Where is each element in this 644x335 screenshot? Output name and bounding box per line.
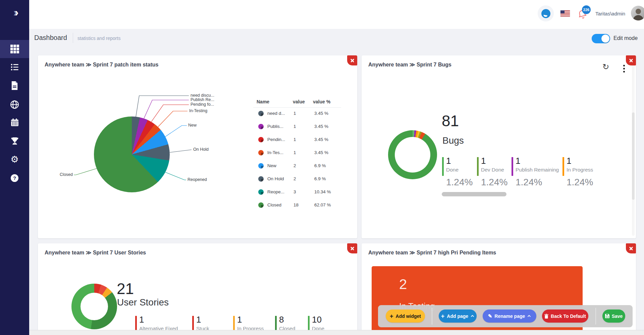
stories-total: 21 bbox=[117, 280, 134, 298]
language-flag-button[interactable] bbox=[560, 10, 570, 16]
sidebar-item-web[interactable] bbox=[0, 96, 29, 112]
legend-pct: 6.9 % bbox=[314, 163, 326, 168]
slice-label: On Hold bbox=[193, 147, 209, 152]
sidebar-item-dashboard[interactable] bbox=[0, 41, 29, 57]
refresh-icon: ↻ bbox=[602, 62, 609, 71]
stat-label: Dev Done bbox=[481, 167, 504, 173]
stat-label: Publish Remaining bbox=[516, 167, 559, 173]
widget-title: Anywhere team ≫ Sprint 7 high Pri Pendin… bbox=[368, 249, 496, 256]
legend-value: 2 bbox=[293, 163, 296, 168]
widget-title: Anywhere team ≫ Sprint 7 User Stories bbox=[45, 249, 146, 256]
widget-close-button[interactable] bbox=[347, 243, 357, 253]
user-menu[interactable]: Taritas\admin bbox=[595, 11, 625, 16]
widget-close-button[interactable] bbox=[626, 55, 636, 65]
callout-line bbox=[144, 100, 189, 118]
slice-label: New bbox=[188, 123, 197, 128]
legend-name: Closed bbox=[267, 202, 281, 207]
add-widget-label: Add widget bbox=[396, 314, 421, 319]
slice-label: Closed bbox=[51, 172, 73, 177]
sidebar-item-calendar[interactable] bbox=[0, 114, 29, 131]
widget-title: Anywhere team ≫ Sprint 7 Bugs bbox=[368, 61, 451, 68]
globe-icon bbox=[10, 100, 19, 109]
tile-value: 2 bbox=[399, 276, 407, 292]
chevron-up-icon bbox=[527, 315, 531, 317]
title-divider bbox=[73, 33, 73, 43]
slice-label: Publish Re... bbox=[191, 97, 214, 102]
edit-toolbar: + Add widget + Add page ✎ Rename page Ba… bbox=[378, 305, 633, 327]
legend-name: Pendin... bbox=[267, 137, 285, 142]
callout-line bbox=[74, 169, 97, 175]
widget-close-button[interactable] bbox=[626, 243, 636, 253]
slice-label: In-Testing bbox=[189, 108, 207, 113]
legend-name: Reope... bbox=[267, 189, 284, 194]
sidebar-item-achievements[interactable] bbox=[0, 133, 29, 149]
sidebar-collapse-button[interactable]: ›› bbox=[7, 5, 22, 19]
sidebar-item-documents[interactable] bbox=[0, 78, 29, 94]
sidebar-item-list[interactable] bbox=[0, 59, 29, 75]
legend-header-value: value bbox=[293, 99, 305, 104]
avatar-photo bbox=[631, 6, 644, 20]
stat-done: 10 Done bbox=[308, 315, 324, 332]
stat-label: In Progress bbox=[567, 167, 593, 173]
back-to-default-label: Back To Default bbox=[551, 314, 586, 319]
stat-value: 1 bbox=[516, 156, 559, 166]
pie-glyph-icon bbox=[258, 124, 264, 129]
stat-in-progress: 1 In Progress bbox=[562, 156, 593, 173]
stat-bar bbox=[512, 157, 513, 176]
edit-mode-toggle[interactable] bbox=[592, 34, 610, 43]
bugs-total: 81 bbox=[442, 112, 459, 130]
bugs-donut-chart bbox=[388, 130, 437, 179]
widget-user-stories: Anywhere team ≫ Sprint 7 User Stories 21… bbox=[38, 243, 357, 335]
widget-sprint-bugs: Anywhere team ≫ Sprint 7 Bugs ↻ 81 Bugs … bbox=[362, 55, 636, 238]
notifications-button[interactable]: 226 bbox=[577, 7, 592, 22]
stat-percent: 1.24% bbox=[446, 177, 473, 188]
horizontal-page-scrollbar[interactable] bbox=[29, 330, 644, 335]
top-bar: 226 Taritas\admin bbox=[29, 0, 644, 29]
stat-bar bbox=[562, 157, 564, 176]
plus-icon: + bbox=[390, 313, 393, 319]
stat-done: 1 Done bbox=[442, 156, 459, 173]
legend-name: In-Tes... bbox=[267, 150, 283, 155]
stat-value: 10 bbox=[312, 315, 324, 325]
horizontal-scrollbar-thumb[interactable] bbox=[442, 192, 506, 196]
sidebar-item-help[interactable]: ? bbox=[0, 170, 29, 186]
legend-name: On Hold bbox=[267, 176, 284, 181]
legend-value: 1 bbox=[293, 124, 296, 129]
widget-close-button[interactable] bbox=[347, 55, 357, 65]
sidebar-item-settings[interactable]: ⚙ bbox=[0, 151, 29, 168]
pie-glyph-icon bbox=[258, 163, 264, 169]
stat-percent: 1.24% bbox=[516, 177, 542, 188]
grid-icon bbox=[10, 45, 19, 53]
slice-label: Reopened bbox=[187, 177, 207, 182]
stat-label: Done bbox=[446, 167, 459, 173]
vertical-scrollbar-thumb[interactable] bbox=[632, 112, 635, 200]
legend-value: 1 bbox=[293, 137, 296, 142]
stories-total-label: User Stories bbox=[117, 297, 169, 308]
back-to-default-button[interactable]: Back To Default bbox=[542, 309, 588, 323]
stat-value: 1 bbox=[446, 156, 459, 166]
save-button[interactable]: Save bbox=[602, 309, 625, 323]
refresh-button[interactable]: ↻ bbox=[602, 63, 609, 71]
legend-pct: 6.9 % bbox=[314, 176, 326, 181]
add-page-button[interactable]: + Add page bbox=[439, 309, 477, 323]
list-icon bbox=[10, 63, 19, 71]
stat-value: 1 bbox=[139, 315, 178, 325]
callout-line bbox=[165, 172, 186, 180]
chat-button[interactable] bbox=[538, 5, 554, 21]
legend-pct: 10.34 % bbox=[314, 189, 331, 194]
legend-name: Publis... bbox=[267, 124, 283, 129]
legend-name: need d... bbox=[267, 111, 285, 116]
notification-count-badge: 226 bbox=[582, 5, 591, 14]
rename-page-button[interactable]: ✎ Rename page bbox=[483, 309, 536, 323]
help-icon: ? bbox=[11, 174, 18, 182]
widget-menu-button[interactable] bbox=[623, 65, 625, 66]
gear-icon: ⚙ bbox=[10, 155, 18, 164]
add-widget-button[interactable]: + Add widget bbox=[386, 309, 425, 323]
donut-hole bbox=[80, 293, 108, 320]
chevron-right-icon: › bbox=[15, 6, 16, 18]
stat-stuck: 1 Stuck bbox=[192, 315, 209, 332]
save-label: Save bbox=[612, 314, 623, 319]
avatar[interactable] bbox=[631, 6, 644, 20]
patch-status-pie-chart bbox=[94, 116, 170, 192]
page-title: Dashboard bbox=[34, 34, 67, 42]
